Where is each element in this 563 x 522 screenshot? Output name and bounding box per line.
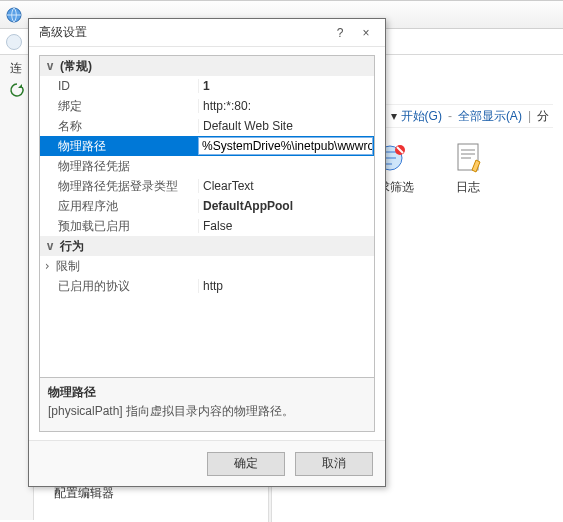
feature-item-label: 日志	[456, 180, 480, 194]
feature-item-label: 配置编辑器	[54, 486, 114, 500]
prop-bindings[interactable]: 绑定 http:*:80:	[40, 96, 374, 116]
prop-physical-path-cred-logon[interactable]: 物理路径凭据登录类型 ClearText	[40, 176, 374, 196]
prop-name[interactable]: 名称 Default Web Site	[40, 116, 374, 136]
category-general[interactable]: v (常规)	[40, 56, 374, 76]
showall-link[interactable]: 全部显示(A)	[458, 108, 522, 125]
collapse-icon[interactable]: v	[42, 59, 58, 73]
prop-physical-path[interactable]: 物理路径 %SystemDrive%\inetpub\wwwroot	[40, 136, 374, 156]
iis-globe-icon	[6, 7, 22, 23]
collapse-icon[interactable]: v	[42, 239, 58, 253]
desc-title: 物理路径	[48, 384, 366, 401]
prop-id[interactable]: ID 1	[40, 76, 374, 96]
property-grid[interactable]: v (常规) ID 1 绑定 http:*:80: 名称 Default Web…	[39, 55, 375, 432]
cancel-button[interactable]: 取消	[295, 452, 373, 476]
desc-body: [physicalPath] 指向虚拟目录内容的物理路径。	[48, 403, 366, 420]
nav-back-icon[interactable]	[6, 34, 22, 50]
close-button[interactable]: ×	[353, 23, 379, 43]
prop-enabled-protocols[interactable]: 已启用的协议 http	[40, 276, 374, 296]
groupby-label[interactable]: 分	[537, 108, 549, 125]
prop-preload[interactable]: 预加载已启用 False	[40, 216, 374, 236]
prop-physical-path-cred[interactable]: 物理路径凭据	[40, 156, 374, 176]
expand-icon[interactable]: ›	[40, 259, 54, 273]
dialog-titlebar[interactable]: 高级设置 ? ×	[29, 19, 385, 47]
category-behavior[interactable]: v 行为	[40, 236, 374, 256]
ok-button[interactable]: 确定	[207, 452, 285, 476]
connections-label-icon: 连	[8, 59, 26, 77]
dialog-title: 高级设置	[39, 24, 327, 41]
logging-icon	[450, 140, 486, 176]
feature-item[interactable]: 日志	[438, 140, 498, 209]
physical-path-input[interactable]: %SystemDrive%\inetpub\wwwroot	[198, 137, 373, 155]
svg-text:连: 连	[10, 61, 22, 75]
refresh-icon[interactable]	[8, 81, 26, 99]
property-description-pane: 物理路径 [physicalPath] 指向虚拟目录内容的物理路径。	[40, 377, 374, 431]
prop-app-pool[interactable]: 应用程序池 DefaultAppPool	[40, 196, 374, 216]
go-dropdown[interactable]: ▾ 开始(G)	[391, 108, 442, 125]
prop-limits[interactable]: › 限制	[40, 256, 374, 276]
help-button[interactable]: ?	[327, 23, 353, 43]
dialog-button-bar: 确定 取消	[29, 440, 385, 486]
advanced-settings-dialog: 高级设置 ? × v (常规) ID 1 绑定 http:*:80: 名称	[28, 18, 386, 487]
